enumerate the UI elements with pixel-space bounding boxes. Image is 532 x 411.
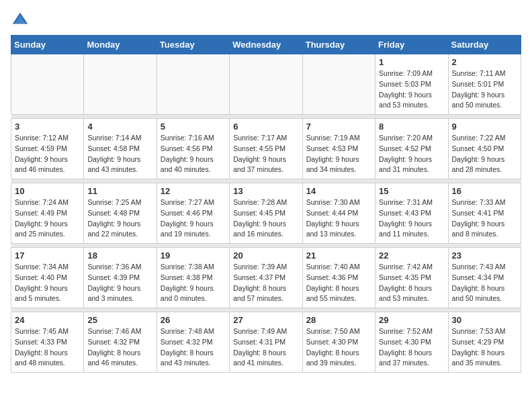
calendar-cell-3-2: 19Sunrise: 7:38 AMSunset: 4:38 PMDayligh… [157, 248, 229, 308]
calendar-cell-0-4 [302, 54, 375, 115]
day-number: 2 [452, 57, 517, 67]
day-info: Sunrise: 7:12 AMSunset: 4:59 PMDaylight:… [15, 133, 80, 175]
calendar-cell-2-4: 14Sunrise: 7:30 AMSunset: 4:44 PMDayligh… [302, 183, 375, 244]
day-info: Sunrise: 7:36 AMSunset: 4:39 PMDaylight:… [87, 262, 152, 304]
week-row-0: 1Sunrise: 7:09 AMSunset: 5:03 PMDaylight… [11, 54, 521, 115]
calendar-cell-1-6: 9Sunrise: 7:22 AMSunset: 4:50 PMDaylight… [448, 119, 521, 179]
calendar-cell-2-5: 15Sunrise: 7:31 AMSunset: 4:43 PMDayligh… [375, 183, 448, 244]
day-number: 18 [87, 250, 152, 261]
calendar-cell-2-6: 16Sunrise: 7:33 AMSunset: 4:41 PMDayligh… [448, 183, 521, 244]
logo [11, 11, 32, 30]
day-number: 11 [87, 186, 152, 196]
weekday-header-sunday: Sunday [11, 36, 84, 54]
day-info: Sunrise: 7:22 AMSunset: 4:50 PMDaylight:… [452, 133, 517, 175]
day-number: 9 [452, 122, 517, 132]
day-info: Sunrise: 7:24 AMSunset: 4:49 PMDaylight:… [15, 197, 80, 240]
day-number: 30 [452, 315, 517, 325]
day-info: Sunrise: 7:45 AMSunset: 4:33 PMDaylight:… [15, 326, 80, 369]
calendar-cell-0-2 [157, 54, 229, 115]
calendar-cell-1-2: 5Sunrise: 7:16 AMSunset: 4:56 PMDaylight… [157, 119, 229, 179]
day-info: Sunrise: 7:25 AMSunset: 4:48 PMDaylight:… [87, 197, 152, 240]
day-number: 16 [452, 186, 517, 196]
calendar-cell-0-3 [230, 54, 302, 115]
day-info: Sunrise: 7:17 AMSunset: 4:55 PMDaylight:… [233, 133, 298, 175]
calendar-cell-0-6: 2Sunrise: 7:11 AMSunset: 5:01 PMDaylight… [448, 54, 521, 115]
calendar-cell-0-5: 1Sunrise: 7:09 AMSunset: 5:03 PMDaylight… [375, 54, 448, 115]
calendar-cell-4-3: 27Sunrise: 7:49 AMSunset: 4:31 PMDayligh… [230, 312, 302, 373]
day-info: Sunrise: 7:52 AMSunset: 4:30 PMDaylight:… [379, 326, 444, 369]
day-info: Sunrise: 7:09 AMSunset: 5:03 PMDaylight:… [379, 68, 444, 111]
day-number: 8 [379, 122, 444, 132]
weekday-header-wednesday: Wednesday [230, 36, 302, 54]
calendar-cell-2-1: 11Sunrise: 7:25 AMSunset: 4:48 PMDayligh… [84, 183, 157, 244]
day-number: 3 [15, 122, 80, 132]
calendar-cell-1-3: 6Sunrise: 7:17 AMSunset: 4:55 PMDaylight… [230, 119, 302, 179]
day-number: 27 [233, 315, 298, 325]
day-info: Sunrise: 7:19 AMSunset: 4:53 PMDaylight:… [306, 133, 371, 175]
calendar-cell-2-2: 12Sunrise: 7:27 AMSunset: 4:46 PMDayligh… [157, 183, 229, 244]
day-number: 25 [87, 315, 152, 325]
day-number: 13 [233, 186, 298, 196]
weekday-header-saturday: Saturday [448, 36, 521, 54]
day-number: 1 [379, 57, 444, 67]
day-info: Sunrise: 7:43 AMSunset: 4:34 PMDaylight:… [452, 262, 517, 304]
day-info: Sunrise: 7:28 AMSunset: 4:45 PMDaylight:… [233, 197, 298, 240]
day-info: Sunrise: 7:40 AMSunset: 4:36 PMDaylight:… [306, 262, 371, 304]
day-info: Sunrise: 7:16 AMSunset: 4:56 PMDaylight:… [161, 133, 226, 175]
day-info: Sunrise: 7:33 AMSunset: 4:41 PMDaylight:… [452, 197, 517, 240]
day-info: Sunrise: 7:39 AMSunset: 4:37 PMDaylight:… [233, 262, 298, 304]
day-info: Sunrise: 7:49 AMSunset: 4:31 PMDaylight:… [233, 326, 298, 369]
calendar-cell-0-1 [84, 54, 157, 115]
day-number: 24 [15, 315, 80, 325]
day-number: 22 [379, 250, 444, 261]
day-number: 4 [87, 122, 152, 132]
day-info: Sunrise: 7:11 AMSunset: 5:01 PMDaylight:… [452, 68, 517, 111]
day-number: 23 [452, 250, 517, 261]
calendar-cell-3-3: 20Sunrise: 7:39 AMSunset: 4:37 PMDayligh… [230, 248, 302, 308]
calendar-cell-4-1: 25Sunrise: 7:46 AMSunset: 4:32 PMDayligh… [84, 312, 157, 373]
day-info: Sunrise: 7:53 AMSunset: 4:29 PMDaylight:… [452, 326, 517, 369]
day-number: 7 [306, 122, 371, 132]
calendar-cell-3-5: 22Sunrise: 7:42 AMSunset: 4:35 PMDayligh… [375, 248, 448, 308]
calendar-cell-1-1: 4Sunrise: 7:14 AMSunset: 4:58 PMDaylight… [84, 119, 157, 179]
calendar-cell-1-0: 3Sunrise: 7:12 AMSunset: 4:59 PMDaylight… [11, 119, 84, 179]
day-info: Sunrise: 7:27 AMSunset: 4:46 PMDaylight:… [161, 197, 226, 240]
day-info: Sunrise: 7:14 AMSunset: 4:58 PMDaylight:… [87, 133, 152, 175]
calendar-cell-3-4: 21Sunrise: 7:40 AMSunset: 4:36 PMDayligh… [302, 248, 375, 308]
day-number: 5 [161, 122, 226, 132]
header [11, 11, 521, 30]
day-number: 21 [306, 250, 371, 261]
day-number: 17 [15, 250, 80, 261]
calendar-cell-3-0: 17Sunrise: 7:34 AMSunset: 4:40 PMDayligh… [11, 248, 84, 308]
calendar-cell-4-5: 29Sunrise: 7:52 AMSunset: 4:30 PMDayligh… [375, 312, 448, 373]
day-number: 26 [161, 315, 226, 325]
day-number: 19 [161, 250, 226, 261]
week-row-4: 24Sunrise: 7:45 AMSunset: 4:33 PMDayligh… [11, 312, 521, 373]
day-info: Sunrise: 7:30 AMSunset: 4:44 PMDaylight:… [306, 197, 371, 240]
weekday-header-tuesday: Tuesday [157, 36, 229, 54]
calendar-cell-4-4: 28Sunrise: 7:50 AMSunset: 4:30 PMDayligh… [302, 312, 375, 373]
day-number: 20 [233, 250, 298, 261]
calendar-cell-1-5: 8Sunrise: 7:20 AMSunset: 4:52 PMDaylight… [375, 119, 448, 179]
calendar-cell-4-6: 30Sunrise: 7:53 AMSunset: 4:29 PMDayligh… [448, 312, 521, 373]
calendar-cell-0-0 [11, 54, 84, 115]
calendar-cell-2-3: 13Sunrise: 7:28 AMSunset: 4:45 PMDayligh… [230, 183, 302, 244]
day-info: Sunrise: 7:42 AMSunset: 4:35 PMDaylight:… [379, 262, 444, 304]
calendar-cell-2-0: 10Sunrise: 7:24 AMSunset: 4:49 PMDayligh… [11, 183, 84, 244]
day-number: 12 [161, 186, 226, 196]
week-row-1: 3Sunrise: 7:12 AMSunset: 4:59 PMDaylight… [11, 119, 521, 179]
day-number: 6 [233, 122, 298, 132]
day-info: Sunrise: 7:50 AMSunset: 4:30 PMDaylight:… [306, 326, 371, 369]
calendar-cell-3-6: 23Sunrise: 7:43 AMSunset: 4:34 PMDayligh… [448, 248, 521, 308]
day-info: Sunrise: 7:20 AMSunset: 4:52 PMDaylight:… [379, 133, 444, 175]
day-number: 10 [15, 186, 80, 196]
week-row-3: 17Sunrise: 7:34 AMSunset: 4:40 PMDayligh… [11, 248, 521, 308]
day-number: 28 [306, 315, 371, 325]
day-info: Sunrise: 7:34 AMSunset: 4:40 PMDaylight:… [15, 262, 80, 304]
day-info: Sunrise: 7:38 AMSunset: 4:38 PMDaylight:… [161, 262, 226, 304]
day-number: 14 [306, 186, 371, 196]
calendar-cell-3-1: 18Sunrise: 7:36 AMSunset: 4:39 PMDayligh… [84, 248, 157, 308]
weekday-header-friday: Friday [375, 36, 448, 54]
calendar-cell-1-4: 7Sunrise: 7:19 AMSunset: 4:53 PMDaylight… [302, 119, 375, 179]
day-info: Sunrise: 7:46 AMSunset: 4:32 PMDaylight:… [87, 326, 152, 369]
